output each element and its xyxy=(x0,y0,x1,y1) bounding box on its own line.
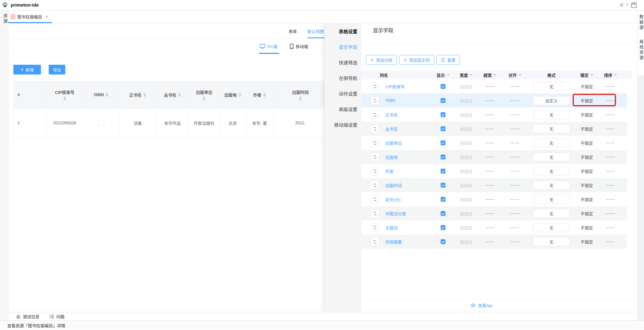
field-name-link[interactable]: 内容摘要 xyxy=(384,239,432,245)
grid-column-header-出版地[interactable]: 出版地 xyxy=(220,81,246,108)
sort-desc-icon[interactable] xyxy=(144,95,146,97)
display-checkbox-checked[interactable] xyxy=(440,112,446,117)
add-button[interactable]: 新增 xyxy=(14,65,41,74)
add-group-button[interactable]: 添加分组 xyxy=(366,55,397,65)
display-checkbox-checked[interactable] xyxy=(440,126,446,131)
field-name-link[interactable]: 主题词 xyxy=(384,225,432,231)
swap-refresh-icon-button[interactable] xyxy=(371,209,379,218)
swap-refresh-icon-button[interactable] xyxy=(371,82,379,90)
close-icon[interactable]: × xyxy=(45,14,48,19)
right-rail-offline-tab[interactable]: 离线资源 xyxy=(638,39,644,61)
format-button[interactable]: 无 xyxy=(533,167,570,175)
sort-asc-icon[interactable] xyxy=(106,93,108,94)
sort-arrows-icon[interactable] xyxy=(63,96,66,100)
settings-menu-item-显示字段[interactable]: 显示字段 xyxy=(325,39,362,54)
sort-desc-icon[interactable] xyxy=(203,99,206,100)
display-checkbox-checked[interactable] xyxy=(440,197,446,202)
swap-refresh-icon-button[interactable] xyxy=(371,167,379,175)
display-checkbox-checked[interactable] xyxy=(440,84,446,89)
display-checkbox-checked[interactable] xyxy=(440,140,446,145)
sort-desc-icon[interactable] xyxy=(263,95,266,97)
sort-asc-icon[interactable] xyxy=(203,96,206,98)
display-checkbox-checked[interactable] xyxy=(440,155,446,159)
display-checkbox-checked[interactable] xyxy=(440,98,446,103)
format-button[interactable]: 无 xyxy=(533,124,570,133)
device-tab-mobile[interactable]: 移动端 xyxy=(290,43,308,49)
debug-info-button[interactable]: 调试信息 xyxy=(16,314,40,320)
view-tab-form[interactable]: 表单 xyxy=(289,28,297,34)
table-row[interactable]: 12012265028活着余华作品作家出版社北京余华, 著2012. xyxy=(14,108,328,137)
field-name-link[interactable]: 正书名 xyxy=(384,112,432,118)
sort-desc-icon[interactable] xyxy=(299,99,302,100)
problems-button[interactable]: 问题 xyxy=(49,314,64,320)
device-tab-pc[interactable]: PC端 xyxy=(260,43,278,49)
format-button[interactable]: 无 xyxy=(533,82,570,91)
row-checkbox-unchecked[interactable] xyxy=(98,120,104,126)
swap-refresh-icon-button[interactable] xyxy=(371,223,379,232)
field-name-link[interactable]: 丛书名 xyxy=(384,126,432,132)
sort-asc-icon[interactable] xyxy=(238,93,242,94)
format-button[interactable]: 无 xyxy=(533,223,570,232)
chevron-down-icon[interactable] xyxy=(447,74,450,76)
grid-column-header-丛书名[interactable]: 丛书名 xyxy=(156,81,189,108)
grid-column-header-CIP核准号[interactable]: CIP核准号 xyxy=(46,81,83,108)
fields-header-width[interactable]: 宽度 xyxy=(454,72,478,78)
chevron-down-icon[interactable] xyxy=(494,74,496,76)
field-name-link[interactable]: ISBN xyxy=(384,98,432,103)
reset-button[interactable]: 重置 xyxy=(436,55,460,65)
settings-menu-item-高级设置[interactable]: 高级设置 xyxy=(325,101,362,117)
add-display-column-button[interactable]: 添加显示列 xyxy=(399,55,434,65)
sort-arrows-icon[interactable] xyxy=(144,93,146,97)
swap-refresh-icon-button[interactable] xyxy=(371,238,379,246)
swap-refresh-icon-button[interactable] xyxy=(371,96,379,105)
display-checkbox-checked[interactable] xyxy=(440,169,446,174)
right-rail-datasource-tab[interactable]: 数据源 xyxy=(638,14,644,31)
format-button[interactable]: 无 xyxy=(533,181,570,190)
format-button[interactable]: 自定义 xyxy=(533,96,570,105)
sort-arrows-icon[interactable] xyxy=(106,93,108,97)
settings-menu-item-移动端设置[interactable]: 移动端设置 xyxy=(325,117,362,132)
fields-header-overwide[interactable]: 超宽 xyxy=(478,72,502,78)
format-button[interactable]: 无 xyxy=(533,237,570,246)
grid-column-header-出版单位[interactable]: 出版单位 xyxy=(189,81,220,108)
sort-arrows-icon[interactable] xyxy=(263,93,266,97)
swap-refresh-icon-button[interactable] xyxy=(371,139,379,147)
field-name-link[interactable]: CIP核准号 xyxy=(384,83,432,90)
format-button[interactable]: 无 xyxy=(533,195,570,204)
grid-column-header-ISBN[interactable]: ISBN xyxy=(83,81,120,108)
grid-column-header-出版时间[interactable]: 出版时间 xyxy=(273,81,328,108)
view-tab-default-view[interactable]: 默认视图 xyxy=(308,28,324,34)
format-button[interactable]: 无 xyxy=(533,110,570,119)
sort-asc-icon[interactable] xyxy=(63,96,66,98)
settings-menu-item-快速筛选[interactable]: 快速筛选 xyxy=(325,54,362,70)
sort-desc-icon[interactable] xyxy=(106,95,108,97)
sort-arrows-icon[interactable] xyxy=(238,93,242,97)
swap-refresh-icon-button[interactable] xyxy=(371,181,379,189)
export-button[interactable]: 导出 xyxy=(49,65,65,74)
chevron-down-icon[interactable] xyxy=(470,74,473,76)
display-checkbox-checked[interactable] xyxy=(440,183,446,188)
field-name-link[interactable]: 定价(元) xyxy=(384,196,432,203)
display-checkbox-checked[interactable] xyxy=(440,239,446,244)
fields-header-display[interactable]: 显示 xyxy=(432,72,454,78)
sort-desc-icon[interactable] xyxy=(238,95,242,97)
format-button[interactable]: 无 xyxy=(533,138,570,147)
settings-menu-item-动作设置[interactable]: 动作设置 xyxy=(325,86,362,101)
view-api-link[interactable]: 查看Api xyxy=(362,302,602,308)
display-checkbox-checked[interactable] xyxy=(440,211,446,216)
field-name-link[interactable]: 出版单位 xyxy=(384,140,432,146)
sort-asc-icon[interactable] xyxy=(299,96,302,98)
sort-desc-icon[interactable] xyxy=(63,99,66,100)
sort-arrows-icon[interactable] xyxy=(178,93,181,97)
sort-arrows-icon[interactable] xyxy=(203,96,206,100)
swap-refresh-icon-button[interactable] xyxy=(371,110,379,119)
format-button[interactable]: 无 xyxy=(533,209,570,218)
swap-refresh-icon-button[interactable] xyxy=(371,195,379,203)
chevron-down-icon[interactable] xyxy=(614,74,617,76)
grid-column-header-正书名[interactable]: 正书名 xyxy=(120,81,156,108)
titlebar-glyph-icon-1[interactable]: îž xyxy=(620,3,623,7)
left-rail-resources-tab[interactable]: 资源 xyxy=(0,14,8,24)
format-button[interactable]: 无 xyxy=(533,153,570,161)
fields-header-lock[interactable]: 锁定 xyxy=(574,72,599,78)
fields-header-align[interactable]: 对齐 xyxy=(502,72,528,78)
